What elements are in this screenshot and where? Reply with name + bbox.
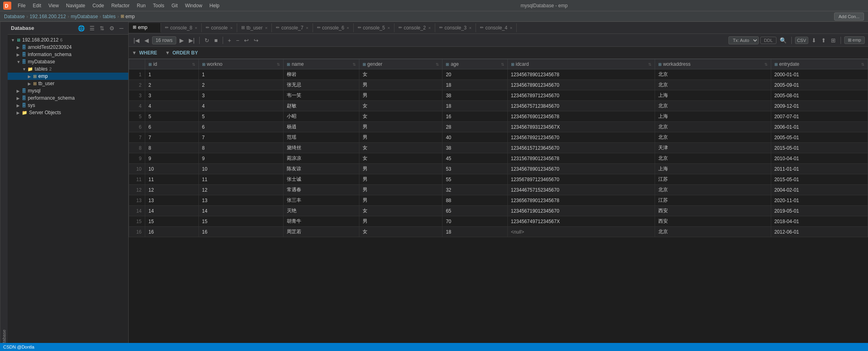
sidebar-item-emp[interactable]: ▶ ⊞ emp bbox=[8, 73, 128, 80]
table-cell[interactable]: 2020-11-01 bbox=[771, 195, 868, 206]
table-cell[interactable]: 2007-07-01 bbox=[771, 111, 868, 122]
sidebar-item-arnold[interactable]: ▶ 🗄 arnoldTest20230924 bbox=[8, 44, 128, 51]
toolbar-next-btn[interactable]: ▶ bbox=[178, 36, 186, 44]
row-num-cell[interactable]: 14 bbox=[129, 206, 145, 216]
sidebar-item-perfschema[interactable]: ▶ 🗄 performance_schema bbox=[8, 94, 128, 102]
tab-console_4[interactable]: ✏console_4× bbox=[476, 23, 517, 32]
table-cell[interactable]: 赵敏 bbox=[284, 101, 359, 111]
tab-tb_user-close[interactable]: × bbox=[265, 25, 267, 30]
sidebar-item-mysql[interactable]: ▶ 🗄 mysql bbox=[8, 87, 128, 94]
table-cell[interactable]: 12345674971234567X bbox=[507, 216, 655, 227]
table-cell[interactable]: 北京 bbox=[655, 101, 771, 111]
table-cell[interactable]: 男 bbox=[359, 216, 442, 227]
table-cell[interactable]: 2006-01-01 bbox=[771, 122, 868, 132]
table-cell[interactable]: 张三丰 bbox=[284, 195, 359, 206]
menu-navigate[interactable]: Navigate bbox=[63, 2, 88, 10]
table-cell[interactable]: 2000-01-01 bbox=[771, 69, 868, 80]
table-cell[interactable]: 9 bbox=[198, 153, 283, 164]
table-cell[interactable]: 9 bbox=[145, 153, 199, 164]
table-cell[interactable]: 2005-09-01 bbox=[771, 80, 868, 90]
table-cell[interactable]: 4 bbox=[145, 101, 199, 111]
col-workaddress[interactable]: ⊞ workaddress ⇅ bbox=[655, 59, 771, 69]
table-cell[interactable]: 14 bbox=[145, 206, 199, 216]
table-cell[interactable]: 16 bbox=[442, 111, 507, 122]
row-num-cell[interactable]: 5 bbox=[129, 111, 145, 122]
table-cell[interactable]: 菀凉凉 bbox=[284, 153, 359, 164]
row-num-cell[interactable]: 12 bbox=[129, 185, 145, 195]
tab-console_6[interactable]: ✏console_6× bbox=[313, 23, 354, 32]
search-button[interactable]: 🔍 bbox=[778, 36, 788, 44]
menu-tools[interactable]: Tools bbox=[150, 2, 167, 10]
table-cell[interactable]: 6 bbox=[198, 122, 283, 132]
sidebar-item-infoschema[interactable]: ▶ 🗄 information_schema bbox=[8, 51, 128, 58]
table-cell[interactable]: 2015-05-01 bbox=[771, 143, 868, 153]
table-cell[interactable]: 123456789012345670 bbox=[507, 80, 655, 90]
sidebar-item-mydb[interactable]: ▼ 🗄 myDatabase bbox=[8, 58, 128, 65]
table-cell[interactable]: 18 bbox=[442, 101, 507, 111]
table-cell[interactable]: 陈友谅 bbox=[284, 164, 359, 174]
col-idcard[interactable]: ⊞ idcard ⇅ bbox=[507, 59, 655, 69]
tab-console_7-close[interactable]: × bbox=[306, 25, 308, 30]
table-cell[interactable]: 6 bbox=[145, 122, 199, 132]
table-cell[interactable]: 范瑶 bbox=[284, 132, 359, 143]
table-selector[interactable]: ⊞ emp bbox=[844, 36, 865, 44]
menu-edit[interactable]: Edit bbox=[29, 2, 44, 10]
table-cell[interactable]: 北京 bbox=[655, 153, 771, 164]
col-entrydate[interactable]: ⊞ entrydate ⇅ bbox=[771, 59, 868, 69]
toolbar-first-btn[interactable]: |◀ bbox=[132, 36, 141, 44]
table-cell[interactable]: 7 bbox=[198, 132, 283, 143]
col-workno[interactable]: ⊞ workno ⇅ bbox=[198, 59, 283, 69]
menu-view[interactable]: View bbox=[45, 2, 62, 10]
table-cell[interactable]: 女 bbox=[359, 101, 442, 111]
table-cell[interactable]: 123656789012345678 bbox=[507, 195, 655, 206]
row-num-cell[interactable]: 6 bbox=[129, 122, 145, 132]
toolbar-upload-btn[interactable]: ⬆ bbox=[820, 36, 828, 44]
table-cell[interactable]: 88 bbox=[442, 195, 507, 206]
row-num-cell[interactable]: 7 bbox=[129, 132, 145, 143]
tab-console_2-close[interactable]: × bbox=[428, 25, 431, 30]
table-cell[interactable]: 女 bbox=[359, 227, 442, 237]
row-num-cell[interactable]: 15 bbox=[129, 216, 145, 227]
table-cell[interactable]: 3 bbox=[198, 90, 283, 101]
table-cell[interactable]: 2005-05-01 bbox=[771, 132, 868, 143]
table-cell[interactable]: 65 bbox=[442, 206, 507, 216]
table-cell[interactable]: 男 bbox=[359, 185, 442, 195]
table-cell[interactable]: 西安 bbox=[655, 206, 771, 216]
sidebar-item-sys[interactable]: ▶ 🗄 sys bbox=[8, 102, 128, 109]
table-cell[interactable]: 女 bbox=[359, 111, 442, 122]
col-gender-sort[interactable]: ⇅ bbox=[436, 62, 439, 67]
table-cell[interactable]: 韦一笑 bbox=[284, 90, 359, 101]
toolbar-last-btn[interactable]: ▶| bbox=[187, 36, 196, 44]
table-cell[interactable]: 男 bbox=[359, 164, 442, 174]
breadcrumb-mydb[interactable]: myDatabase bbox=[71, 14, 98, 19]
table-cell[interactable]: 18 bbox=[442, 80, 507, 90]
table-cell[interactable]: 灭绝 bbox=[284, 206, 359, 216]
menu-code[interactable]: Code bbox=[89, 2, 107, 10]
table-row[interactable]: 111111张士诚男55123567897123465670江苏2015-05-… bbox=[129, 174, 868, 185]
breadcrumb-ip[interactable]: 192.168.200.212 bbox=[29, 14, 66, 19]
breadcrumb-tables[interactable]: tables bbox=[103, 14, 116, 19]
csv-dropdown[interactable]: CSV bbox=[795, 37, 808, 44]
table-cell[interactable]: 2 bbox=[145, 80, 199, 90]
col-gender[interactable]: ⊞ gender ⇅ bbox=[359, 59, 442, 69]
row-num-cell[interactable]: 3 bbox=[129, 90, 145, 101]
table-cell[interactable]: 28 bbox=[442, 122, 507, 132]
toolbar-expand-btn[interactable]: ⊞ bbox=[829, 36, 837, 44]
table-cell[interactable]: 40 bbox=[442, 132, 507, 143]
table-cell[interactable]: 2010-04-01 bbox=[771, 153, 868, 164]
table-cell[interactable]: 12345678931234567X bbox=[507, 122, 655, 132]
table-cell[interactable]: 70 bbox=[442, 216, 507, 227]
col-id[interactable]: ⊞ id ⇅ bbox=[145, 59, 199, 69]
table-cell[interactable]: 上海 bbox=[655, 164, 771, 174]
table-cell[interactable]: 14 bbox=[198, 206, 283, 216]
tab-console_5-close[interactable]: × bbox=[387, 25, 390, 30]
table-row[interactable]: 121212常遇春男32123446757152345670北京2004-02-… bbox=[129, 185, 868, 195]
toolbar-prev-btn[interactable]: ◀ bbox=[143, 36, 150, 44]
table-cell[interactable]: 1 bbox=[198, 69, 283, 80]
table-cell[interactable]: 北京 bbox=[655, 122, 771, 132]
table-cell[interactable]: 2 bbox=[198, 80, 283, 90]
tab-console_6-close[interactable]: × bbox=[346, 25, 349, 30]
menu-git[interactable]: Git bbox=[168, 2, 181, 10]
table-cell[interactable]: 123456157123645670 bbox=[507, 143, 655, 153]
table-cell[interactable]: 20 bbox=[442, 69, 507, 80]
